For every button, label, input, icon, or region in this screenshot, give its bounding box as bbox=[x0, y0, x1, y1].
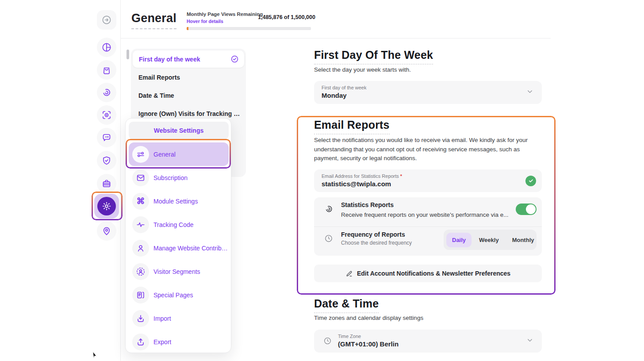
mouse-cursor bbox=[91, 350, 98, 361]
chevron-down-icon bbox=[526, 336, 534, 346]
website-settings-menu: Website Settings General Subscription ⌘ … bbox=[125, 118, 231, 353]
stats-reports-toggle[interactable] bbox=[516, 204, 537, 215]
gear-icon bbox=[97, 197, 116, 215]
shield-check-icon[interactable] bbox=[97, 151, 116, 170]
edit-notifications-label: Edit Account Notifications & Newsletter … bbox=[357, 270, 510, 277]
frequency-option-weekly[interactable]: Weekly bbox=[473, 233, 505, 247]
required-asterisk: * bbox=[400, 173, 402, 179]
section-desc-email-reports: Select the notifications you would like … bbox=[314, 136, 536, 163]
sidebar-item-settings-active[interactable] bbox=[94, 194, 119, 219]
stats-reports-title: Statistics Reports bbox=[341, 201, 394, 208]
frequency-option-monthly[interactable]: Monthly bbox=[506, 233, 540, 247]
upload-icon bbox=[132, 334, 149, 350]
section-title-date-time: Date & Time bbox=[314, 297, 379, 313]
stats-reports-desc: Receive frequent reports on your website… bbox=[341, 211, 509, 218]
menu-item-import[interactable]: Import bbox=[129, 307, 229, 330]
quota-value: 1,485,876 of 1,500,000 bbox=[258, 14, 315, 20]
nav-item-label: First day of the week bbox=[139, 56, 230, 63]
shopping-bag-icon[interactable] bbox=[97, 60, 116, 80]
menu-item-visitor-segments[interactable]: Visitor Segments bbox=[129, 260, 229, 283]
menu-item-export[interactable]: Export bbox=[129, 330, 229, 353]
section-title-first-day: First Day Of The Week bbox=[314, 49, 433, 65]
valid-check-icon bbox=[525, 176, 536, 186]
download-icon bbox=[132, 310, 149, 327]
section-desc-date-time: Time zones and calendar display settings bbox=[314, 315, 423, 321]
email-reports-card: Statistics Reports Receive frequent repo… bbox=[314, 197, 542, 256]
collapse-sidebar-icon[interactable] bbox=[97, 10, 116, 30]
email-field-label: Email Address for Statistics Reports* bbox=[322, 173, 402, 179]
pencil-icon bbox=[345, 270, 353, 277]
frequency-desc: Choose the desired frequency bbox=[341, 240, 412, 246]
menu-item-subscription[interactable]: Subscription bbox=[129, 166, 229, 189]
card-divider bbox=[314, 227, 542, 227]
timezone-value: (GMT+01:00) Berlin bbox=[338, 340, 399, 348]
scan-target-icon[interactable] bbox=[97, 105, 116, 125]
pulse-icon bbox=[132, 216, 149, 233]
menu-item-label: Import bbox=[153, 315, 171, 322]
nav-scrollbar[interactable] bbox=[126, 50, 129, 59]
quota-progress-fill bbox=[187, 27, 188, 30]
menu-item-special-pages[interactable]: Special Pages bbox=[129, 283, 229, 307]
user-icon bbox=[132, 240, 149, 257]
pie-chart-icon[interactable] bbox=[97, 38, 116, 57]
chat-icon[interactable] bbox=[97, 128, 116, 147]
check-circle-icon bbox=[230, 55, 239, 63]
quota-progress-bar bbox=[187, 27, 311, 30]
menu-item-tracking-code[interactable]: Tracking Code bbox=[129, 213, 229, 236]
nav-item-ignore-visits[interactable]: Ignore (Own) Visits for Tracking by ... bbox=[138, 110, 241, 117]
nav-item-email-reports[interactable]: Email Reports bbox=[138, 74, 180, 81]
menu-item-label: Special Pages bbox=[153, 292, 193, 299]
spiral-icon bbox=[324, 204, 334, 215]
menu-item-general[interactable]: General bbox=[129, 142, 229, 166]
user-dashed-circle-icon bbox=[132, 263, 149, 280]
menu-item-module-settings[interactable]: ⌘ Module Settings bbox=[129, 189, 229, 213]
menu-item-label: Subscription bbox=[153, 174, 188, 181]
quota-label: Monthly Page Views Remaining bbox=[187, 12, 263, 17]
nav-item-date-time[interactable]: Date & Time bbox=[138, 92, 174, 99]
command-icon: ⌘ bbox=[132, 193, 149, 210]
email-field-value: statistics@twipla.com bbox=[322, 180, 391, 188]
menu-item-label: Module Settings bbox=[153, 198, 198, 205]
menu-item-manage-contributors[interactable]: Manage Website Contribut... bbox=[129, 236, 229, 260]
sliders-icon bbox=[132, 146, 149, 163]
page-title: General bbox=[131, 12, 176, 29]
clock-icon bbox=[324, 234, 333, 245]
first-day-select-label: First day of the week bbox=[322, 85, 367, 90]
menu-title: Website Settings bbox=[129, 122, 229, 139]
menu-item-label: Visitor Segments bbox=[153, 268, 200, 275]
menu-item-label: General bbox=[153, 151, 176, 158]
sidebar-divider bbox=[120, 0, 121, 361]
section-desc-first-day: Select the day your week starts with. bbox=[314, 66, 411, 73]
app-root: { "header": { "title": "General", "quota… bbox=[0, 0, 644, 361]
timezone-label: Time Zone bbox=[338, 334, 361, 339]
menu-item-label: Tracking Code bbox=[153, 221, 194, 228]
location-pin-icon[interactable] bbox=[97, 221, 116, 241]
spiral-icon[interactable] bbox=[97, 83, 116, 102]
first-day-select[interactable]: First day of the week Monday bbox=[314, 81, 542, 104]
envelope-icon bbox=[132, 169, 149, 186]
section-title-email-reports: Email Reports bbox=[314, 119, 390, 134]
frequency-option-daily[interactable]: Daily bbox=[446, 233, 472, 247]
chevron-down-icon bbox=[526, 88, 534, 97]
frequency-segmented-control: Daily Weekly Monthly bbox=[444, 230, 537, 250]
menu-item-label: Manage Website Contribut... bbox=[153, 245, 228, 252]
nav-item-first-day-active[interactable]: First day of the week bbox=[133, 50, 244, 68]
timezone-select[interactable]: Time Zone (GMT+01:00) Berlin bbox=[314, 330, 542, 353]
pages-icon bbox=[132, 287, 149, 303]
header-divider bbox=[121, 38, 551, 38]
email-address-field[interactable]: Email Address for Statistics Reports* st… bbox=[314, 169, 542, 192]
briefcase-icon[interactable] bbox=[97, 174, 116, 193]
quota-details-link[interactable]: Hover for details bbox=[187, 19, 223, 24]
first-day-select-value: Monday bbox=[322, 92, 347, 99]
clock-icon bbox=[323, 337, 332, 345]
menu-item-label: Export bbox=[153, 338, 171, 346]
frequency-title: Frequency of Reports bbox=[341, 231, 405, 238]
edit-notifications-button[interactable]: Edit Account Notifications & Newsletter … bbox=[314, 265, 542, 282]
